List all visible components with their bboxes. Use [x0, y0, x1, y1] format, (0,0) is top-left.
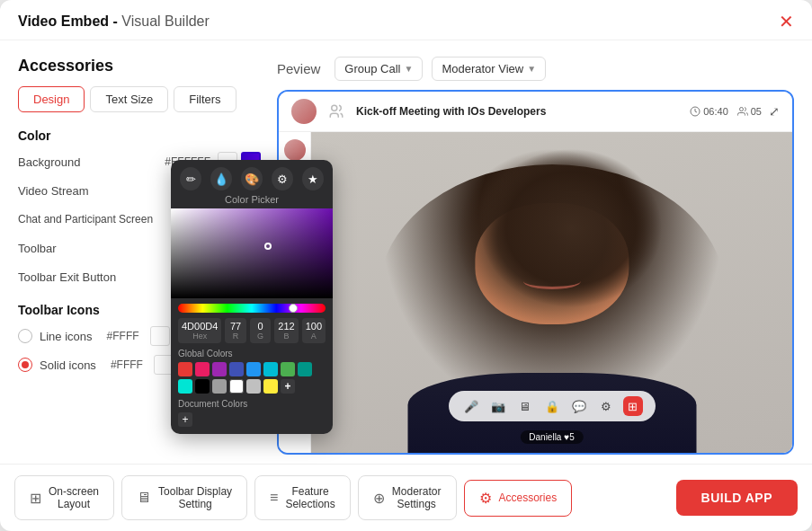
expand-icon[interactable]: ⤢: [769, 104, 780, 119]
cp-gradient[interactable]: [171, 208, 333, 298]
radio-line-circle[interactable]: [18, 329, 32, 343]
dropdown-group-call[interactable]: Group Call ▼: [335, 57, 423, 81]
gc-red[interactable]: [178, 362, 192, 376]
cp-title: Color Picker: [171, 194, 333, 205]
close-button[interactable]: ✕: [779, 13, 794, 31]
btn-accessories[interactable]: ⚙ Accessories: [464, 480, 573, 517]
cp-g-box[interactable]: 0 G: [250, 318, 271, 343]
cp-r-val: 77: [228, 321, 242, 332]
btn-accessories-label: Accessories: [499, 491, 558, 504]
cp-hex-box[interactable]: 4D00D4 Hex: [178, 318, 221, 343]
vp-tool-active[interactable]: ⊞: [623, 396, 643, 416]
cp-a-box[interactable]: 100 A: [302, 318, 326, 343]
gc-cyan[interactable]: [263, 362, 278, 376]
cp-hex-val: 4D00D4: [182, 321, 218, 332]
vp-tool-camera[interactable]: 📷: [488, 396, 508, 416]
vp-smile: [522, 273, 580, 289]
cp-b-label: B: [278, 332, 294, 341]
main-window: Video Embed - Visual Builder ✕ Accessori…: [0, 0, 812, 531]
radio-solid-circle[interactable]: [18, 358, 32, 372]
video-preview-box: Kick-off Meeting with IOs Developers 06:…: [277, 90, 794, 455]
list-icon: ≡: [270, 490, 278, 506]
left-panel: Accessories Design Text Size Filters Col…: [18, 57, 261, 455]
swatch-line[interactable]: [150, 326, 170, 346]
gc-green[interactable]: [281, 362, 295, 376]
gc-indigo[interactable]: [229, 362, 244, 376]
window-title: Video Embed - Visual Builder: [18, 13, 210, 30]
vp-participants-icon: [324, 99, 349, 124]
cp-r-label: R: [228, 332, 242, 341]
cp-icon-eyedropper[interactable]: 💧: [210, 167, 232, 190]
btn-onscreen-layout[interactable]: ⊞ On-screenLayout: [14, 475, 114, 520]
cp-spectrum[interactable]: [178, 304, 326, 313]
gc-light-teal[interactable]: [178, 379, 192, 394]
vp-tool-lock[interactable]: 🔒: [542, 396, 562, 416]
title-bold: Video Embed -: [18, 13, 118, 29]
title-sub: Visual Builder: [118, 13, 210, 29]
vp-tool-screen[interactable]: 🖥: [515, 396, 535, 416]
vp-tool-settings[interactable]: ⚙: [596, 396, 616, 416]
gc-white[interactable]: [229, 379, 244, 394]
chevron-down-icon: ▼: [405, 64, 414, 74]
btn-moderator-label: ModeratorSettings: [392, 485, 442, 510]
btn-feature-selections[interactable]: ≡ FeatureSelections: [254, 475, 351, 520]
preview-label: Peview: [277, 61, 320, 76]
preview-header: Peview Group Call ▼ Moderator View ▼: [277, 57, 794, 81]
tab-text-size[interactable]: Text Size: [90, 86, 168, 112]
dropdown-moderator-view[interactable]: Moderator View ▼: [432, 57, 546, 81]
gc-blue[interactable]: [246, 362, 261, 376]
cp-hex-label: Hex: [182, 332, 218, 341]
vp-host-avatar: [291, 99, 317, 124]
btn-moderator-settings[interactable]: ⊕ ModeratorSettings: [358, 475, 457, 520]
title-bar: Video Embed - Visual Builder ✕: [0, 0, 812, 40]
vp-participants-val: 05: [751, 106, 762, 117]
moderator-icon: ⊕: [373, 490, 385, 507]
gc-pink[interactable]: [195, 362, 210, 376]
gc-black[interactable]: [195, 379, 210, 394]
gc-yellow[interactable]: [263, 379, 278, 394]
tab-design[interactable]: Design: [18, 86, 85, 112]
build-app-button[interactable]: BUILD APP: [676, 480, 798, 516]
vp-tool-mic[interactable]: 🎤: [461, 396, 481, 416]
vp-meeting-title: Kick-off Meeting with IOs Developers: [356, 105, 683, 118]
dropdown-moderator-label: Moderator View: [442, 62, 523, 75]
cp-top-icons: ✏ 💧 🎨 ⚙ ★: [171, 160, 333, 194]
cp-icon-star[interactable]: ★: [302, 167, 324, 190]
radio-solid-label: Solid icons: [40, 358, 96, 372]
cp-icon-palette[interactable]: 🎨: [241, 167, 263, 190]
btn-toolbar-label: Toolbar DisplaySetting: [158, 485, 232, 510]
cp-gradient-dot: [264, 243, 272, 250]
cp-r-box[interactable]: 77 R: [225, 318, 245, 343]
tab-filters[interactable]: Filters: [174, 86, 236, 112]
color-picker-popup[interactable]: ✏ 💧 🎨 ⚙ ★ Color Picker 4D00D4 Hex: [171, 160, 333, 434]
label-background: Background: [18, 155, 80, 169]
cp-g-val: 0: [254, 321, 267, 332]
cp-doc-add-btn[interactable]: +: [178, 412, 192, 427]
radio-line-label: Line icons: [40, 330, 93, 343]
cp-icon-pencil[interactable]: ✏: [180, 167, 201, 190]
gc-gray[interactable]: [212, 379, 227, 394]
gc-purple[interactable]: [212, 362, 227, 376]
cp-values: 4D00D4 Hex 77 R 0 G 212 B: [171, 314, 333, 345]
label-toolbar-exit: Toolbar Exit Button: [18, 270, 116, 284]
gc-add-btn[interactable]: +: [281, 379, 295, 394]
right-panel: Peview Group Call ▼ Moderator View ▼ Kic…: [277, 57, 794, 455]
cp-doc-label: Document Colors: [171, 395, 333, 411]
vp-tool-chat[interactable]: 💬: [569, 396, 589, 416]
btn-onscreen-label: On-screenLayout: [49, 485, 99, 510]
vp-meta: 06:40 05: [690, 106, 762, 117]
svg-point-2: [739, 108, 743, 111]
label-video-stream: Video Stream: [18, 184, 89, 198]
label-chat: Chat and Participant Screen: [18, 213, 153, 226]
cp-icon-sliders[interactable]: ⚙: [272, 167, 293, 190]
gc-silver[interactable]: [246, 379, 261, 394]
vp-top-bar: Kick-off Meeting with IOs Developers 06:…: [279, 92, 792, 132]
vp-duration-val: 06:40: [703, 106, 728, 117]
gc-teal[interactable]: [298, 362, 312, 376]
accessories-icon: ⚙: [479, 490, 492, 507]
vp-duration: 06:40: [690, 106, 728, 117]
bottom-bar: ⊞ On-screenLayout 🖥 Toolbar DisplaySetti…: [0, 464, 812, 531]
btn-toolbar-display[interactable]: 🖥 Toolbar DisplaySetting: [121, 475, 247, 520]
cp-b-val: 212: [278, 321, 294, 332]
cp-b-box[interactable]: 212 B: [274, 318, 298, 343]
